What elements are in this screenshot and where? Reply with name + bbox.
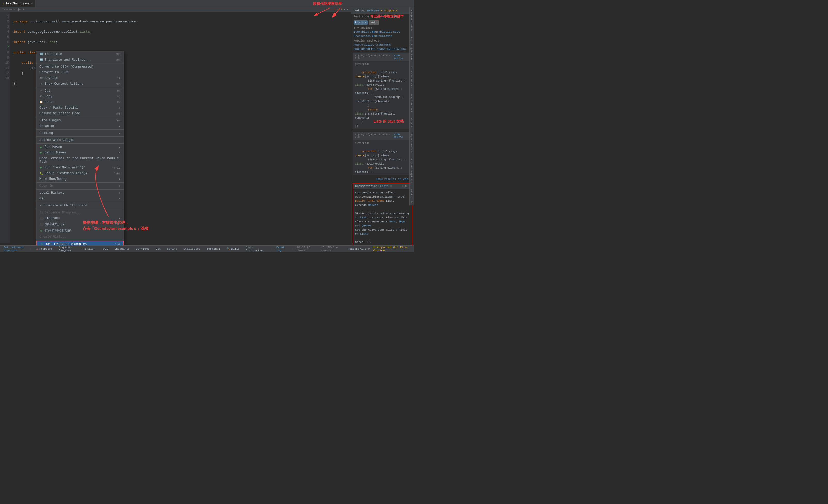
menu-git[interactable]: Git ▶ [36,196,124,202]
doc-tab-label: Documentation: [355,185,379,188]
method-newlinkedlist[interactable]: newLinkedList [354,47,376,50]
add-keyword-button[interactable]: Add [369,20,379,25]
menu-realtime-detect[interactable]: ⚙ 打开实时检测功能 [36,227,124,234]
doc-panel: Documentation: Lists × ✎ ⚙ − com.google.… [353,183,412,245]
menu-convert-json-compressed[interactable]: Convert to JSON (Compressed) [36,64,124,70]
sidebar-key-promoter[interactable]: Key Promoter X [410,65,414,89]
menu-run-testmain[interactable]: ▶ Run 'TestMain.main()' ⌃⇧F10 [36,165,124,170]
codota-title: Codota: Welcome ★ Snippets [354,9,398,12]
try-tag-iterables[interactable]: Iterables [354,31,369,34]
nav-up-button[interactable]: ▲ [344,8,346,11]
anyrule-label: AnyRule [45,76,58,80]
menu-code-scan[interactable]: ⬛ 编码规约扫描 ⌃⌘J [36,221,124,227]
diagrams-arrow: ▶ [119,217,120,220]
menu-context-actions[interactable]: ✦ Show Context Actions ⌃⌘C [36,81,124,87]
search-google-label: Search with Google [39,138,74,142]
copy-shortcut: ⌘C [117,95,120,98]
view-source-link-1[interactable]: view source [394,54,410,60]
method-newarraylistwithc[interactable]: newArrayListWithC [377,47,406,50]
menu-more-run-debug[interactable]: More Run/Debug ▶ [36,176,124,182]
status-event-log[interactable]: Event Log [276,246,289,252]
status-profiler[interactable]: Profiler [80,247,97,251]
menu-folding[interactable]: Folding ▶ [36,130,124,136]
menu-anyrule[interactable]: ⑭ AnyRule ⌃A [36,75,124,81]
try-tag-immutablemap[interactable]: ImmutableMap [372,35,392,38]
try-tag-predicates[interactable]: Predicates [354,35,371,38]
menu-paste[interactable]: 📋 Paste ⌘V [36,99,124,105]
menu-find-usages[interactable]: Find Usages ⌃F7 [36,118,124,123]
context-menu: 🔤 Translate ^⌘U 🔤 Translate and Replace.… [36,51,124,245]
separator-6 [36,143,124,144]
codota-label: Codota: [354,9,366,12]
doc-header: Documentation: Lists × ✎ ⚙ − [353,183,412,189]
method-newarraylist[interactable]: newArrayList [354,43,374,46]
sequence-diagram-icon: ⬛ [39,211,43,214]
snippets-tab[interactable]: ★ Snippets [380,9,398,12]
copy-paste-special-label: Copy / Paste Special [39,106,78,110]
sidebar-maven-database[interactable]: Maven Database [410,9,414,33]
nav-down-button[interactable]: ▼ [347,8,349,11]
get-relevant-icon: ⊙ [40,243,44,245]
menu-open-terminal-maven[interactable]: Open Terminal at the Current Maven Modul… [36,156,124,165]
menu-debug-maven[interactable]: ▶ Debug Maven ▶ [36,150,124,156]
sidebar-rest-services[interactable]: RestServices [410,92,414,113]
translate-icon: 🔤 [39,52,43,56]
status-build[interactable]: 🔨 Build [225,247,241,251]
sidebar-word-book[interactable]: Word Book [410,188,414,204]
menu-translate[interactable]: 🔤 Translate ^⌘U [36,51,124,57]
copy-icon: ⧉ [39,95,43,98]
status-problems[interactable]: ⚠ Problems [35,247,54,251]
method-transform[interactable]: transform [375,43,390,46]
status-git[interactable]: Git [154,247,163,251]
more-run-debug-label: More Run/Debug [39,177,67,181]
status-statistics[interactable]: Statistics [182,247,202,251]
menu-search-google[interactable]: Search with Google [36,137,124,143]
status-sequence-diagram[interactable]: Sequence Diagram [57,245,77,252]
open-in-label: Open In [39,184,53,188]
sidebar-git-flow[interactable]: Git Flow Version [410,157,414,184]
column-selection-label: Column Selection Mode [39,112,80,115]
menu-column-selection[interactable]: Column Selection Mode ⇧⌘8 [36,111,124,116]
run-maven-label: Run Maven [45,145,62,149]
status-java-enterprise[interactable]: Java Enterprise [244,245,268,252]
status-terminal[interactable]: Terminal [205,247,222,251]
try-tag-sets[interactable]: Sets [393,31,400,34]
doc-edit-icon[interactable]: ✎ [402,184,404,188]
sidebar-documentation[interactable]: Documentation [410,132,414,154]
welcome-tab[interactable]: Welcome [367,9,379,12]
menu-refactor[interactable]: Refactor ▶ [36,123,124,129]
menu-compare-clipboard[interactable]: ⧉ Compare with Clipboard [36,203,124,208]
doc-tab-close[interactable]: × [390,185,392,188]
tab-testmain[interactable]: ☕ TestMain.java × [0,0,35,7]
status-time: 10:37 (5 chars) [297,246,318,252]
menu-local-history[interactable]: Local History ▶ [36,190,124,196]
status-endpoints[interactable]: Endpoints [113,247,131,251]
menu-diagrams[interactable]: ⬛ Diagrams ▶ [36,215,124,221]
status-services[interactable]: Services [134,247,151,251]
menu-run-maven[interactable]: ▶ Run Maven ▶ [36,144,124,150]
sidebar-bean-validation[interactable]: Bean Validation [410,36,414,61]
lists-tag-close[interactable]: × [365,21,366,24]
view-source-link-2[interactable]: view source [394,133,410,139]
status-branch[interactable]: feature/1.1.0 [347,247,370,250]
tab-close-button[interactable]: × [31,2,33,5]
try-tag-immutablelist[interactable]: ImmutableList [370,31,392,34]
menu-debug-testmain[interactable]: 🐛 Debug 'TestMain.main()' ⌃⇧F9 [36,170,124,176]
doc-settings-icon[interactable]: ⚙ [405,184,407,188]
status-get-relevant[interactable]: Get relevant examples [2,245,27,252]
show-more-link[interactable]: Show results on Web ↗ [351,176,414,182]
menu-cut[interactable]: ✂ Cut ⌘X [36,88,124,94]
menu-translate-replace[interactable]: 🔤 Translate and Replace... ⇧⌘X [36,57,124,63]
menu-copy-paste-special[interactable]: Copy / Paste Special ▶ [36,105,124,111]
menu-convert-json[interactable]: Convert to JSON [36,70,124,75]
status-todo[interactable]: TODO [100,247,110,251]
context-actions-label: Show Context Actions [45,82,83,86]
menu-copy[interactable]: ⧉ Copy ⌘C [36,94,124,99]
status-encoding: LF UTF-8 4 spaces [321,246,344,252]
menu-get-relevant-examples[interactable]: ⊙ Get relevant examples ⌃⇧O [36,241,124,245]
sequence-diagram-label: Sequence Diagram... [45,211,82,214]
lists-tag[interactable]: Lists × [354,20,368,25]
lists-tag-label: Lists [355,21,364,24]
status-spring[interactable]: Spring [165,247,179,251]
sidebar-codota[interactable]: Codota [410,117,414,128]
